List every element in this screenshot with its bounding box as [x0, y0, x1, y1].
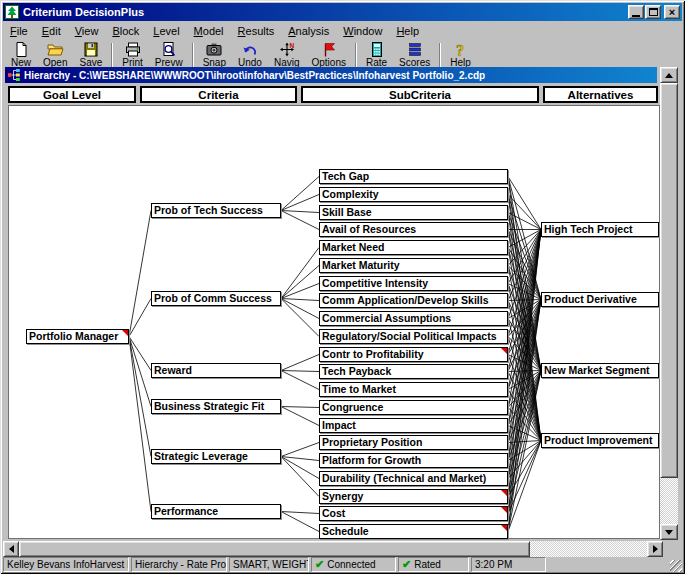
- maximize-button[interactable]: [645, 5, 661, 19]
- toolbar-prevw-button[interactable]: Prevw: [149, 42, 189, 68]
- menu-edit[interactable]: Edit: [35, 23, 68, 39]
- menu-file[interactable]: File: [3, 23, 35, 39]
- green-check-icon: ✔: [402, 558, 411, 571]
- subcriteria-node-impact[interactable]: Impact: [319, 418, 508, 433]
- menu-results[interactable]: Results: [231, 23, 282, 39]
- subcriteria-node-contr-to-profitability[interactable]: Contr to Profitability: [319, 347, 508, 362]
- toolbar-print-button[interactable]: Print: [116, 42, 149, 68]
- toolbar-save-button[interactable]: Save: [73, 42, 108, 68]
- column-header-alternatives[interactable]: Alternatives: [543, 86, 658, 103]
- column-header-goal-level[interactable]: Goal Level: [8, 86, 136, 103]
- alternative-node-product-derivative[interactable]: Product Derivative: [541, 292, 659, 307]
- document-icon: [8, 69, 20, 81]
- menu-level[interactable]: Level: [146, 23, 186, 39]
- subcriteria-node-avail-of-resources[interactable]: Avail of Resources: [319, 222, 508, 237]
- menu-model[interactable]: Model: [187, 23, 231, 39]
- subcriteria-node-proprietary-position[interactable]: Proprietary Position: [319, 435, 508, 450]
- criteria-node-reward[interactable]: Reward: [151, 363, 281, 378]
- status-panel-smart-weights: SMART, WEIGHTS: [229, 557, 309, 572]
- toolbar-scores-button[interactable]: Scores: [393, 42, 436, 68]
- menu-view[interactable]: View: [68, 23, 106, 39]
- toolbar-options-button[interactable]: Options: [305, 42, 351, 68]
- status-text: Connected: [327, 559, 375, 570]
- subcriteria-node-durability-technical-and-market[interactable]: Durability (Technical and Market): [319, 471, 508, 486]
- subcriteria-node-tech-payback[interactable]: Tech Payback: [319, 364, 508, 379]
- scroll-right-button[interactable]: [647, 541, 663, 557]
- toolbar-separator: [192, 43, 194, 67]
- minimize-icon: [632, 15, 640, 17]
- subcriteria-node-time-to-market[interactable]: Time to Market: [319, 382, 508, 397]
- printer-icon: [124, 42, 142, 57]
- scroll-up-button[interactable]: [660, 67, 678, 83]
- subcriteria-node-platform-for-growth[interactable]: Platform for Growth: [319, 453, 508, 468]
- column-header-subcriteria[interactable]: SubCriteria: [301, 86, 539, 103]
- close-button[interactable]: ×: [664, 5, 680, 19]
- hierarchy-canvas[interactable]: Portfolio ManagerProb of Tech SuccessTec…: [8, 105, 660, 539]
- left-arrow-icon: [9, 545, 14, 553]
- criteria-node-prob-of-comm-success[interactable]: Prob of Comm Success: [151, 291, 281, 306]
- subcriteria-node-congruence[interactable]: Congruence: [319, 400, 508, 415]
- resize-grip[interactable]: [670, 560, 682, 572]
- criteria-node-performance[interactable]: Performance: [151, 504, 281, 519]
- camera-snapshot-icon: [205, 42, 223, 57]
- subcriteria-node-tech-gap[interactable]: Tech Gap: [319, 169, 508, 184]
- alternative-node-product-improvement[interactable]: Product Improvement: [541, 433, 659, 448]
- app-icon: [5, 5, 19, 19]
- alternative-node-new-market-segment[interactable]: New Market Segment: [541, 363, 659, 378]
- column-header-criteria[interactable]: Criteria: [140, 86, 297, 103]
- subcriteria-node-market-maturity[interactable]: Market Maturity: [319, 258, 508, 273]
- criteria-node-prob-of-tech-success[interactable]: Prob of Tech Success: [151, 203, 281, 218]
- status-text: Rated: [414, 559, 441, 570]
- up-arrow-icon: [665, 73, 673, 78]
- toolbar-new-button[interactable]: New: [5, 42, 37, 68]
- toolbar-open-button[interactable]: Open: [37, 42, 73, 68]
- subcriteria-node-commercial-assumptions[interactable]: Commercial Assumptions: [319, 311, 508, 326]
- document-title-bar: Hierarchy - C:\WEBSHARE\WWWROOT\ihroot\i…: [5, 67, 657, 83]
- status-bar: Kelley Bevans InfoHarvest Inc.Hierarchy …: [3, 557, 682, 572]
- title-bar: Criterium DecisionPlus ×: [3, 3, 682, 21]
- toolbar-separator: [111, 43, 113, 67]
- menu-block[interactable]: Block: [105, 23, 146, 39]
- subcriteria-node-skill-base[interactable]: Skill Base: [319, 205, 508, 220]
- down-arrow-icon: [665, 530, 673, 535]
- toolbar-help-button[interactable]: ?Help: [444, 42, 477, 68]
- horizontal-scrollbar-thumb[interactable]: [19, 541, 530, 557]
- toolbar-snap-button[interactable]: Snap: [197, 42, 232, 68]
- vertical-scrollbar-thumb[interactable]: [660, 83, 678, 478]
- menu-bar: FileEditViewBlockLevelModelResultsAnalys…: [3, 22, 682, 40]
- criteria-node-strategic-leverage[interactable]: Strategic Leverage: [151, 449, 281, 464]
- alternative-node-high-tech-project[interactable]: High Tech Project: [541, 222, 659, 237]
- criteria-node-business-strategic-fit[interactable]: Business Strategic Fit: [151, 399, 281, 414]
- scores-bars-icon: [406, 42, 424, 57]
- subcriteria-node-comm-application-develop-skills[interactable]: Comm Application/Develop Skills: [319, 293, 508, 308]
- menu-analysis[interactable]: Analysis: [281, 23, 336, 39]
- document-title: Hierarchy - C:\WEBSHARE\WWWROOT\ihroot\i…: [24, 70, 485, 81]
- scroll-down-button[interactable]: [660, 524, 678, 540]
- toolbar-undo-button[interactable]: Undo: [232, 42, 268, 68]
- goal-node-portfolio-manager[interactable]: Portfolio Manager: [26, 329, 129, 344]
- status-panel-rated: ✔Rated: [398, 557, 469, 572]
- menu-help[interactable]: Help: [389, 23, 426, 39]
- status-text: 3:20 PM: [475, 559, 512, 570]
- window-title: Criterium DecisionPlus: [23, 6, 627, 18]
- status-text: Kelley Bevans InfoHarvest Inc.: [7, 559, 129, 570]
- subcriteria-node-synergy[interactable]: Synergy: [319, 489, 508, 504]
- scroll-left-button[interactable]: [3, 541, 19, 557]
- toolbar-navig-button[interactable]: NNavig: [268, 42, 306, 68]
- subcriteria-node-schedule[interactable]: Schedule: [319, 524, 508, 539]
- subcriteria-node-cost[interactable]: Cost: [319, 506, 508, 521]
- subcriteria-node-market-need[interactable]: Market Need: [319, 240, 508, 255]
- subcriteria-node-complexity[interactable]: Complexity: [319, 187, 508, 202]
- subcriteria-node-competitive-intensity[interactable]: Competitive Intensity: [319, 276, 508, 291]
- help-question-icon: ?: [451, 42, 469, 57]
- minimize-button[interactable]: [628, 5, 644, 19]
- undo-arrow-icon: [241, 42, 259, 57]
- close-icon: ×: [669, 7, 675, 17]
- toolbar-rate-button[interactable]: Rate: [360, 42, 393, 68]
- subcriteria-node-regulatory-social-political-impacts[interactable]: Regulatory/Social Political Impacts: [319, 329, 508, 344]
- toolbar-separator: [355, 43, 357, 67]
- options-flag-icon: [320, 42, 338, 57]
- menu-window[interactable]: Window: [336, 23, 389, 39]
- status-panel-3-20-pm: 3:20 PM: [471, 557, 546, 572]
- rate-calculator-icon: [368, 42, 386, 57]
